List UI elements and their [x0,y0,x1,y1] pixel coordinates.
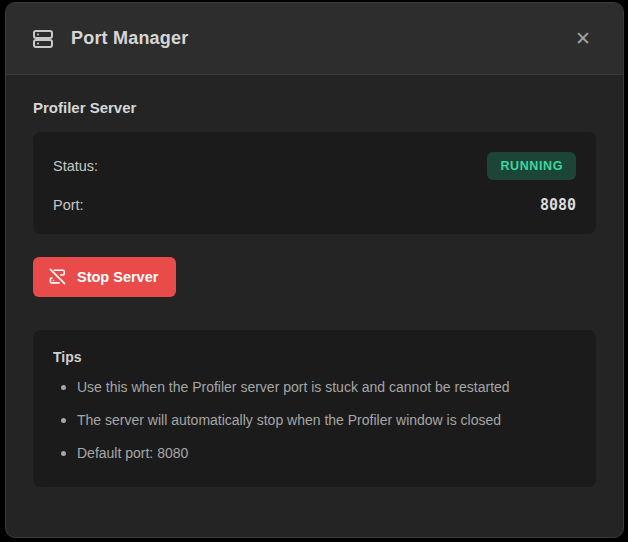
dialog-content: Profiler Server Status: RUNNING Port: 80… [6,75,623,537]
port-value: 8080 [540,196,576,214]
close-button[interactable]: ✕ [567,23,599,55]
server-off-icon [48,267,67,286]
stop-server-label: Stop Server [77,269,158,285]
tip-item: The server will automatically stop when … [53,412,576,428]
close-icon: ✕ [575,27,591,50]
port-manager-dialog: Port Manager ✕ Profiler Server Status: R… [5,2,624,538]
port-label: Port: [53,197,84,213]
tip-item: Use this when the Profiler server port i… [53,379,576,395]
status-badge: RUNNING [487,152,576,180]
status-panel: Status: RUNNING Port: 8080 [33,132,596,234]
tips-heading: Tips [53,349,576,365]
tips-list: Use this when the Profiler server port i… [53,379,576,461]
status-label: Status: [53,158,98,174]
dialog-header: Port Manager ✕ [6,3,623,75]
dialog-title: Port Manager [71,28,188,49]
tips-box: Tips Use this when the Profiler server p… [33,330,596,487]
tip-item: Default port: 8080 [53,445,576,461]
status-row: Status: RUNNING [53,152,576,180]
stop-server-button[interactable]: Stop Server [33,257,176,297]
server-icon [30,26,56,52]
profiler-server-heading: Profiler Server [33,99,596,116]
port-row: Port: 8080 [53,196,576,214]
